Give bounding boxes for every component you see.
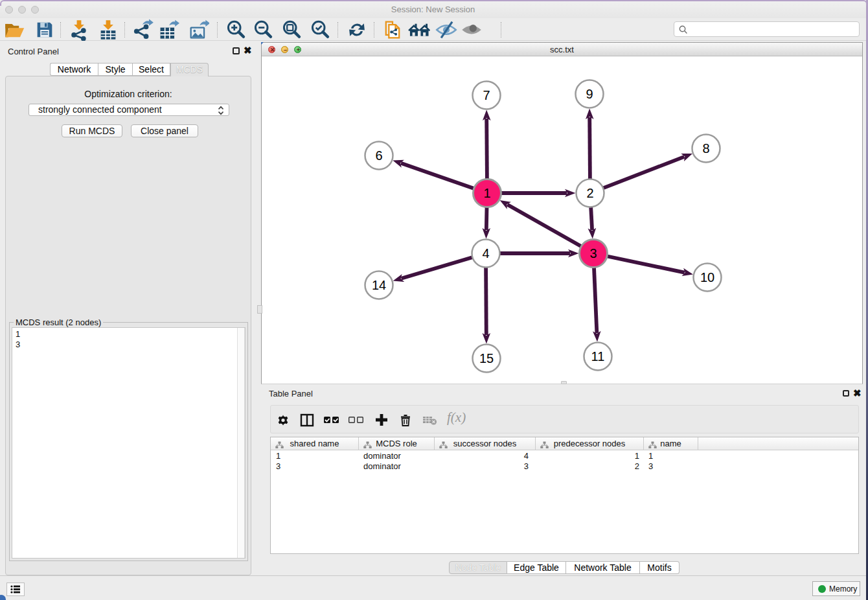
svg-text:9: 9 bbox=[586, 87, 593, 101]
svg-text:14: 14 bbox=[372, 278, 386, 292]
svg-text:6: 6 bbox=[375, 148, 382, 163]
svg-text:1: 1 bbox=[483, 186, 490, 200]
svg-text:3: 3 bbox=[589, 246, 597, 260]
svg-text:15: 15 bbox=[479, 351, 494, 365]
svg-text:7: 7 bbox=[483, 88, 490, 102]
svg-text:11: 11 bbox=[591, 349, 605, 363]
svg-text:2: 2 bbox=[586, 186, 593, 200]
svg-text:10: 10 bbox=[700, 270, 714, 284]
svg-text:8: 8 bbox=[702, 141, 709, 156]
svg-text:4: 4 bbox=[482, 246, 489, 260]
